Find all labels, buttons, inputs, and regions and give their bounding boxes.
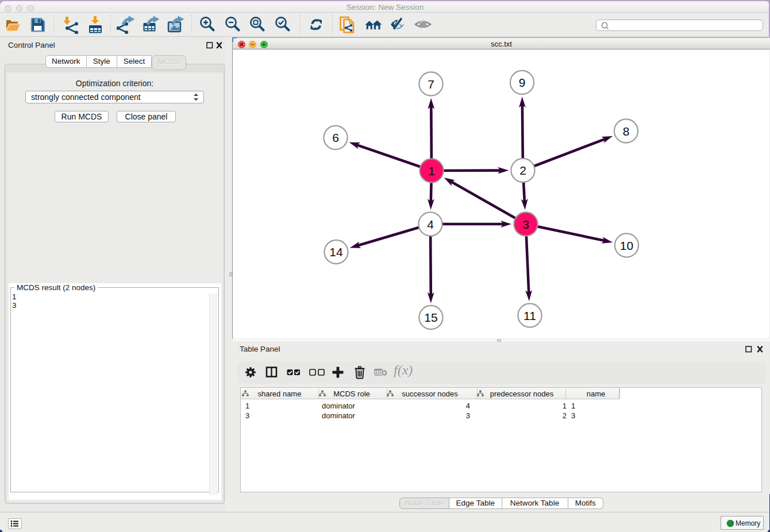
svg-text:4: 4 <box>427 218 434 231</box>
svg-text:8: 8 <box>623 125 630 138</box>
svg-text:1: 1 <box>428 164 435 178</box>
svg-text:6: 6 <box>332 131 339 144</box>
svg-text:11: 11 <box>523 309 536 322</box>
svg-text:7: 7 <box>428 78 434 91</box>
svg-text:15: 15 <box>424 311 437 324</box>
svg-text:10: 10 <box>620 239 633 252</box>
svg-text:3: 3 <box>522 218 529 231</box>
svg-text:2: 2 <box>519 164 526 177</box>
svg-text:9: 9 <box>519 76 526 89</box>
svg-text:14: 14 <box>329 245 343 259</box>
